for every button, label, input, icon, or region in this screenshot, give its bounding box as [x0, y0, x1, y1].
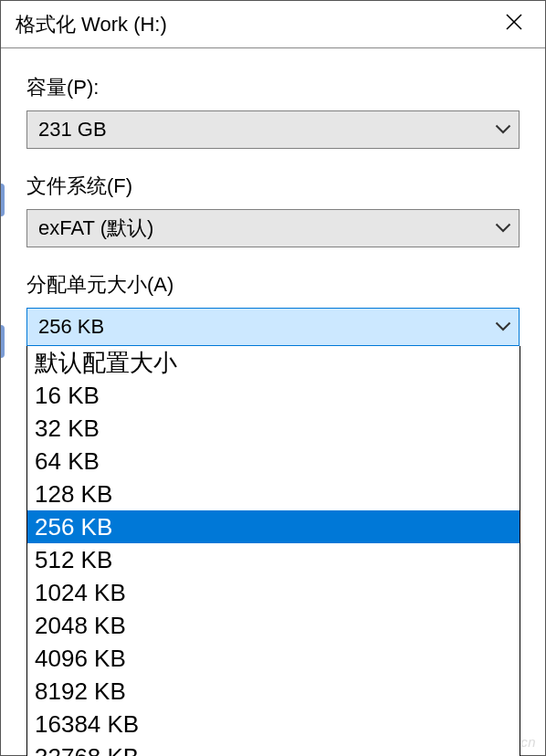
allocation-option[interactable]: 512 KB — [27, 543, 520, 576]
chevron-down-icon — [495, 319, 511, 335]
dialog-content: 容量(P): 231 GB 文件系统(F) exFAT (默认) 分配单元大小(… — [1, 48, 545, 346]
allocation-option[interactable]: 16384 KB — [27, 708, 520, 740]
allocation-option[interactable]: 1024 KB — [27, 576, 520, 609]
capacity-label: 容量(P): — [26, 74, 520, 101]
allocation-option[interactable]: 16 KB — [27, 379, 520, 412]
allocation-option[interactable]: 4096 KB — [27, 642, 520, 675]
allocation-option[interactable]: 256 KB — [27, 510, 520, 543]
window-title: 格式化 Work (H:) — [16, 11, 496, 38]
format-dialog: 格式化 Work (H:) 容量(P): 231 GB 文件系统(F) exFA… — [0, 0, 546, 756]
filesystem-value: exFAT (默认) — [38, 215, 495, 242]
allocation-option[interactable]: 2048 KB — [27, 609, 520, 642]
chevron-down-icon — [495, 121, 511, 138]
chevron-down-icon — [495, 220, 511, 236]
allocation-dropdown: 默认配置大小16 KB32 KB64 KB128 KB256 KB512 KB1… — [26, 346, 520, 756]
allocation-value: 256 KB — [38, 315, 495, 339]
titlebar: 格式化 Work (H:) — [1, 1, 545, 48]
filesystem-combobox[interactable]: exFAT (默认) — [26, 209, 520, 247]
close-icon — [505, 13, 523, 37]
allocation-option[interactable]: 32 KB — [27, 412, 520, 445]
capacity-value: 231 GB — [38, 118, 495, 142]
allocation-combobox[interactable]: 256 KB — [26, 308, 520, 346]
close-button[interactable] — [496, 6, 532, 43]
filesystem-label: 文件系统(F) — [26, 173, 520, 200]
allocation-option[interactable]: 8192 KB — [27, 675, 520, 708]
allocation-label: 分配单元大小(A) — [26, 271, 520, 299]
allocation-option[interactable]: 32768 KB — [27, 740, 520, 756]
allocation-option[interactable]: 64 KB — [27, 445, 520, 478]
capacity-combobox[interactable]: 231 GB — [26, 110, 520, 149]
allocation-option[interactable]: 默认配置大小 — [27, 346, 520, 379]
allocation-option[interactable]: 128 KB — [27, 478, 520, 510]
